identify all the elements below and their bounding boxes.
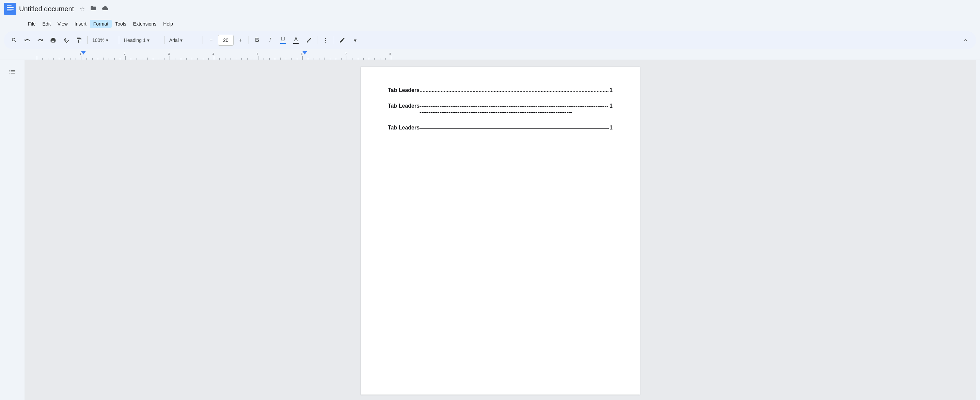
font-size-value: 20 <box>223 37 229 43</box>
ruler-tick <box>115 58 115 60</box>
menu-item-help[interactable]: Help <box>160 20 177 28</box>
star-icon[interactable]: ☆ <box>78 4 86 14</box>
font-value: Arial <box>169 37 179 43</box>
divider-7 <box>334 36 334 44</box>
italic-button[interactable]: I <box>264 34 276 46</box>
ruler-tick <box>137 58 137 60</box>
style-select[interactable]: Heading 1 ▾ <box>121 34 162 46</box>
divider-3 <box>164 36 164 44</box>
underline-bar <box>280 43 286 44</box>
toc-leader-underline <box>420 124 609 129</box>
ruler-tick <box>330 58 330 60</box>
font-select[interactable]: Arial ▾ <box>167 34 200 46</box>
toc-entry: Tab Leaders1 <box>388 125 612 131</box>
redo-button[interactable] <box>34 34 46 46</box>
ruler-tick <box>153 58 153 60</box>
collapse-button[interactable] <box>959 34 972 46</box>
svg-rect-2 <box>7 7 14 8</box>
ruler: 12345678 <box>0 50 980 60</box>
menu-item-tools[interactable]: Tools <box>112 20 130 28</box>
ruler-tick <box>374 58 375 60</box>
ruler-tick <box>175 58 175 60</box>
highlight-button[interactable] <box>303 34 315 46</box>
divider-2 <box>119 36 119 44</box>
ruler-tick <box>42 58 43 60</box>
main-layout: Tab Leaders.............................… <box>0 60 980 400</box>
ruler-tick: 4 <box>214 56 214 60</box>
menu-item-view[interactable]: View <box>54 20 71 28</box>
svg-rect-3 <box>7 9 14 10</box>
divider-6 <box>317 36 317 44</box>
zoom-select[interactable]: 100% ▾ <box>89 34 117 46</box>
ruler-tick <box>103 57 103 60</box>
doc-title[interactable]: Untitled document <box>19 5 74 13</box>
ruler-tick <box>291 58 292 60</box>
menu-item-extensions[interactable]: Extensions <box>130 20 160 28</box>
ruler-tick <box>120 58 120 60</box>
undo-button[interactable] <box>21 34 33 46</box>
ruler-tick <box>98 58 98 60</box>
ruler-tick <box>325 57 325 60</box>
print-button[interactable] <box>47 34 59 46</box>
toc-page: 1 <box>609 103 612 109</box>
edit-pen-button[interactable] <box>336 34 348 46</box>
paint-format-button[interactable] <box>73 34 85 46</box>
ruler-tick: 3 <box>170 56 170 60</box>
ruler-tick <box>37 56 37 60</box>
menu-item-edit[interactable]: Edit <box>39 20 54 28</box>
menu-item-format[interactable]: Format <box>90 20 112 28</box>
ruler-tick <box>275 58 275 60</box>
ruler-tick <box>59 57 59 60</box>
ruler-tick <box>164 58 164 60</box>
ruler-tick: 1 <box>81 56 81 60</box>
style-value: Heading 1 <box>124 37 146 43</box>
document[interactable]: Tab Leaders.............................… <box>361 67 640 395</box>
font-size-box[interactable]: 20 <box>218 35 234 46</box>
ruler-tick <box>86 58 87 60</box>
menu-item-insert[interactable]: Insert <box>71 20 90 28</box>
ruler-tick <box>197 58 197 60</box>
ruler-tick <box>358 58 358 60</box>
ruler-tick <box>192 57 192 60</box>
scrollbar-area[interactable] <box>976 60 980 400</box>
ruler-tick <box>236 57 236 60</box>
doc-area: Tab Leaders.............................… <box>24 60 976 400</box>
divider-1 <box>87 36 88 44</box>
underline-button[interactable]: U <box>277 34 289 46</box>
spellcheck-button[interactable] <box>60 34 72 46</box>
more-options-button[interactable]: ⋮ <box>320 34 332 46</box>
ruler-left-margin-marker[interactable] <box>81 51 86 54</box>
edit-chevron-button[interactable]: ▾ <box>349 34 361 46</box>
bold-button[interactable]: B <box>251 34 263 46</box>
menu-item-file[interactable]: File <box>24 20 39 28</box>
ruler-tick <box>225 58 226 60</box>
search-button[interactable] <box>8 34 21 46</box>
ruler-tick: 6 <box>302 56 303 60</box>
title-bar: Untitled document ☆ <box>0 0 980 18</box>
toc-page: 1 <box>609 125 612 131</box>
ruler-tick <box>247 58 248 60</box>
ruler-tick <box>253 58 253 60</box>
font-color-button[interactable]: A <box>290 34 302 46</box>
ruler-right-margin-marker[interactable] <box>302 51 307 54</box>
ruler-tick <box>203 58 203 60</box>
font-size-decrease-button[interactable]: − <box>205 34 217 46</box>
font-size-increase-button[interactable]: + <box>234 34 247 46</box>
ruler-tick <box>231 58 231 60</box>
ruler-tick <box>76 58 76 60</box>
cloud-icon[interactable] <box>100 4 110 14</box>
toc-page: 1 <box>609 87 612 93</box>
font-color-a-letter: A <box>294 37 298 43</box>
toolbar: 100% ▾ Heading 1 ▾ Arial ▾ − 20 + B I U … <box>4 31 976 49</box>
ruler-tick: 2 <box>125 56 126 60</box>
outline-icon[interactable] <box>6 65 19 80</box>
ruler-tick <box>269 58 270 60</box>
folder-icon[interactable] <box>89 4 98 14</box>
ruler-tick <box>286 58 286 60</box>
ruler-tick <box>385 58 386 60</box>
ruler-tick <box>264 58 264 60</box>
toc-entry: Tab Leaders.............................… <box>388 87 612 93</box>
ruler-tick <box>319 58 320 60</box>
ruler-tick <box>380 58 380 60</box>
toc-leader-dots: ........................................… <box>420 87 609 93</box>
